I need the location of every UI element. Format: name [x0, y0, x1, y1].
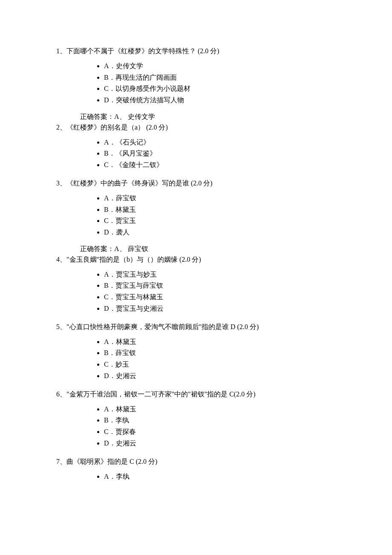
option: A．薛宝钗 — [104, 193, 392, 204]
question-stem: 6、"金紫万千谁治国，裙钗一二可齐家"中的"裙钗"指的是 C(2.0 分) — [56, 389, 392, 400]
option: B．李纨 — [104, 415, 392, 426]
page: 1、下面哪个不属于《红楼梦》的文学特殊性？ (2.0 分) A．史传文学 B．再… — [0, 0, 392, 555]
question-stem: 7、曲《聪明累》指的是 C (2.0 分) — [56, 457, 392, 467]
option: C．妙玉 — [104, 359, 392, 370]
question-5: 5、"心直口快性格开朗豪爽，爱淘气不瞻前顾后"指的是谁 D (2.0 分) A．… — [56, 322, 392, 382]
option: B．《风月宝鉴》 — [104, 148, 392, 159]
option: C．贾探春 — [104, 427, 392, 437]
option: C．《金陵十二钗》 — [104, 160, 392, 171]
option-list: A．薛宝钗 B．林黛玉 C．贾宝玉 D．袭人 — [56, 193, 392, 238]
option: C．贾宝玉与林黛玉 — [104, 292, 392, 303]
option-list: A．贾宝玉与妙玉 B．贾宝玉与薛宝钗 C．贾宝玉与林黛玉 D．贾宝玉与史湘云 — [56, 269, 392, 314]
question-2: 2、《红楼梦》的别名是（a） (2.0 分) A．《石头记》 B．《风月宝鉴》 … — [56, 122, 392, 171]
option: D．史湘云 — [104, 438, 392, 449]
question-stem: 1、下面哪个不属于《红楼梦》的文学特殊性？ (2.0 分) — [56, 46, 392, 57]
option: D．贾宝玉与史湘云 — [104, 304, 392, 314]
option-list: A．《石头记》 B．《风月宝鉴》 C．《金陵十二钗》 — [56, 137, 392, 171]
option: B．林黛玉 — [104, 205, 392, 215]
option: A．贾宝玉与妙玉 — [104, 269, 392, 280]
question-7: 7、曲《聪明累》指的是 C (2.0 分) A．李纨 — [56, 457, 392, 482]
option: C．以切身感受作为小说题材 — [104, 84, 392, 94]
question-6: 6、"金紫万千谁治国，裙钗一二可齐家"中的"裙钗"指的是 C(2.0 分) A．… — [56, 389, 392, 449]
option: C．贾宝玉 — [104, 216, 392, 226]
option: A．李纨 — [104, 471, 392, 482]
question-1: 1、下面哪个不属于《红楼梦》的文学特殊性？ (2.0 分) A．史传文学 B．再… — [56, 46, 392, 122]
question-4: 4、"金玉良姻"指的是（b）与（）的姻缘 (2.0 分) A．贾宝玉与妙玉 B．… — [56, 254, 392, 314]
option: B．贾宝玉与薛宝钗 — [104, 280, 392, 291]
question-stem: 2、《红楼梦》的别名是（a） (2.0 分) — [56, 122, 392, 133]
question-3: 3、《红楼梦》中的曲子《终身误》写的是谁 (2.0 分) A．薛宝钗 B．林黛玉… — [56, 178, 392, 254]
question-stem: 3、《红楼梦》中的曲子《终身误》写的是谁 (2.0 分) — [56, 178, 392, 189]
option: A．《石头记》 — [104, 137, 392, 148]
question-stem: 5、"心直口快性格开朗豪爽，爱淘气不瞻前顾后"指的是谁 D (2.0 分) — [56, 322, 392, 332]
question-stem: 4、"金玉良姻"指的是（b）与（）的姻缘 (2.0 分) — [56, 254, 392, 265]
option: A．史传文学 — [104, 61, 392, 72]
answer: 正确答案：A、 史传文学 — [80, 112, 392, 122]
option: B．再现生活的广阔画面 — [104, 72, 392, 83]
answer: 正确答案：A、 薛宝钗 — [80, 244, 392, 254]
option: D．突破传统方法描写人物 — [104, 95, 392, 106]
option-list: A．林黛玉 B．李纨 C．贾探春 D．史湘云 — [56, 404, 392, 449]
option-list: A．史传文学 B．再现生活的广阔画面 C．以切身感受作为小说题材 D．突破传统方… — [56, 61, 392, 106]
option: B．薛宝钗 — [104, 348, 392, 358]
option: D．史湘云 — [104, 371, 392, 382]
option-list: A．李纨 — [56, 471, 392, 482]
option-list: A．林黛玉 B．薛宝钗 C．妙玉 D．史湘云 — [56, 337, 392, 382]
option: A．林黛玉 — [104, 404, 392, 415]
option: A．林黛玉 — [104, 337, 392, 347]
option: D．袭人 — [104, 227, 392, 238]
